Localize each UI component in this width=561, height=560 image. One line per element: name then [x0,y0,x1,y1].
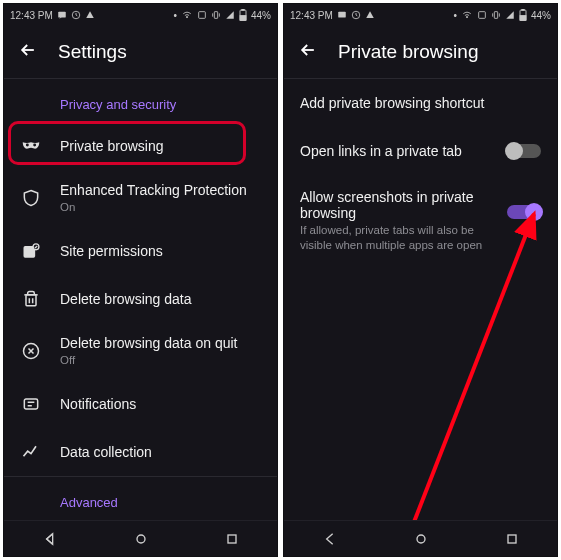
toggle-open-links-private[interactable] [507,144,541,158]
message-icon [57,10,67,20]
nav-home-icon[interactable] [413,531,429,547]
svg-rect-27 [508,535,516,543]
svg-rect-14 [24,399,37,409]
alarm-icon [365,10,375,20]
permissions-icon [20,241,42,261]
close-circle-icon [20,341,42,361]
notification-icon [20,394,42,414]
row-notifications[interactable]: Notifications [4,380,277,428]
section-privacy-security: Privacy and security [4,79,277,122]
svg-rect-23 [522,9,524,10]
clock-icon [351,10,361,20]
svg-point-15 [137,535,145,543]
row-delete-browsing-data[interactable]: Delete browsing data [4,275,277,323]
nav-recent-icon[interactable] [504,531,520,547]
page-title: Private browsing [338,41,478,63]
row-sublabel: Off [60,353,237,368]
row-sublabel: If allowed, private tabs will also be vi… [300,223,487,253]
row-site-permissions[interactable]: Site permissions [4,227,277,275]
trash-icon [20,289,42,309]
row-open-links-private[interactable]: Open links in a private tab [284,127,557,175]
signal-icon [505,10,515,20]
toggle-allow-screenshots[interactable] [507,205,541,219]
dot-icon: • [173,10,177,21]
vibrate-icon [211,10,221,20]
row-data-collection[interactable]: Data collection [4,428,277,476]
chart-line-icon [20,442,42,462]
row-enhanced-tracking[interactable]: Enhanced Tracking Protection On [4,170,277,227]
shield-icon [20,188,42,208]
back-icon[interactable] [18,40,38,64]
row-label: Private browsing [60,138,164,154]
wifi-icon [461,10,473,20]
nav-recent-icon[interactable] [224,531,240,547]
page-title: Settings [58,41,127,63]
battery-icon [519,9,527,21]
signal-icon [225,10,235,20]
row-label: Site permissions [60,243,163,259]
private-browsing-header: Private browsing [284,26,557,78]
back-icon[interactable] [298,40,318,64]
status-bar: 12:43 PM • 44% [284,4,557,26]
svg-rect-3 [199,12,206,19]
status-time: 12:43 PM [290,10,333,21]
nfc-icon [197,10,207,20]
row-label: Notifications [60,396,136,412]
row-label: Data collection [60,444,152,460]
screenshot-private-browsing: 12:43 PM • 44% Private browsing Add priv… [283,3,558,557]
status-battery: 44% [251,10,271,21]
row-delete-on-quit[interactable]: Delete browsing data on quit Off [4,323,277,380]
svg-rect-0 [58,12,66,18]
row-label: Delete browsing data [60,291,192,307]
nav-back-icon[interactable] [322,531,338,547]
status-battery: 44% [531,10,551,21]
row-allow-screenshots[interactable]: Allow screenshots in private browsing If… [284,175,557,266]
row-private-browsing[interactable]: Private browsing [4,122,277,170]
svg-point-19 [466,16,467,17]
wifi-icon [181,10,193,20]
row-label: Open links in a private tab [300,143,487,159]
svg-rect-16 [228,535,236,543]
svg-rect-24 [520,16,526,21]
svg-rect-17 [338,12,346,18]
nav-home-icon[interactable] [133,531,149,547]
row-sublabel: On [60,200,247,215]
alarm-icon [85,10,95,20]
svg-rect-12 [26,295,36,306]
svg-rect-20 [479,12,486,19]
row-label: Allow screenshots in private browsing [300,189,487,221]
svg-rect-6 [242,9,244,10]
row-add-shortcut[interactable]: Add private browsing shortcut [284,79,557,127]
svg-point-26 [417,535,425,543]
clock-icon [71,10,81,20]
screenshot-settings: 12:43 PM • 44% Settings Privacy and secu… [3,3,278,557]
android-navbar [284,520,557,556]
svg-point-2 [186,16,187,17]
svg-point-9 [33,144,36,147]
status-bar: 12:43 PM • 44% [4,4,277,26]
battery-icon [239,9,247,21]
svg-rect-7 [240,16,246,21]
android-navbar [4,520,277,556]
vibrate-icon [491,10,501,20]
nav-back-icon[interactable] [42,531,58,547]
status-time: 12:43 PM [10,10,53,21]
row-label: Delete browsing data on quit [60,335,237,351]
settings-header: Settings [4,26,277,78]
row-label: Enhanced Tracking Protection [60,182,247,198]
nfc-icon [477,10,487,20]
svg-rect-4 [214,12,217,19]
message-icon [337,10,347,20]
dot-icon: • [453,10,457,21]
svg-point-8 [26,144,29,147]
svg-rect-21 [494,12,497,19]
section-advanced: Advanced [4,477,277,520]
mask-icon [20,135,42,157]
row-label: Add private browsing shortcut [300,95,533,111]
